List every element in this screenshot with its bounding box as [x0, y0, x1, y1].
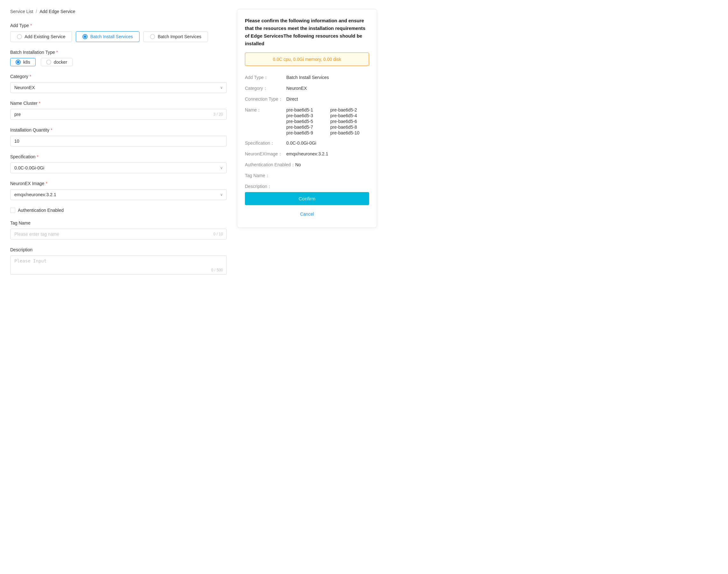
k8s-radio[interactable]	[15, 59, 21, 65]
k8s-label: k8s	[23, 59, 30, 65]
confirm-button[interactable]: Confirm	[245, 192, 369, 205]
add-existing-label: Add Existing Service	[25, 34, 65, 39]
confirm-name-item: pre-bae6d5-2	[330, 107, 369, 113]
batch-import-option[interactable]: Batch Import Services	[143, 31, 208, 42]
auth-enabled-checkbox-row[interactable]: Authentication Enabled	[10, 208, 227, 213]
name-cluster-section: Name Cluster * 3 / 20	[10, 101, 227, 120]
batch-import-radio[interactable]	[150, 34, 155, 39]
installation-quantity-input[interactable]	[10, 136, 227, 147]
install-type-group: k8s docker	[10, 58, 227, 66]
confirm-name-key: Name：	[245, 107, 286, 113]
confirm-neuronex-image-value: emqx/neuronex:3.2.1	[286, 151, 369, 156]
confirm-category-value: NeuronEX	[286, 86, 369, 91]
confirm-name-item: pre-bae6d5-7	[286, 125, 325, 130]
description-label: Description	[10, 247, 227, 252]
name-cluster-input[interactable]	[10, 109, 227, 120]
docker-option[interactable]: docker	[41, 58, 73, 66]
confirm-tag-name-key: Tag Name：	[245, 173, 286, 179]
confirm-neuronex-image-key: NeuronEXImage：	[245, 151, 286, 157]
confirm-description-row: Description：	[245, 181, 369, 192]
confirm-name-item: pre-bae6d5-8	[330, 125, 369, 130]
neuronex-image-select-wrapper: emqx/neuronex:3.2.1	[10, 189, 227, 200]
docker-label: docker	[54, 59, 67, 65]
breadcrumb-service-list[interactable]: Service List	[10, 9, 33, 14]
category-label: Category *	[10, 74, 227, 79]
tag-name-input-wrapper: 0 / 10	[10, 229, 227, 240]
confirm-name-item: pre-bae6d5-3	[286, 113, 325, 118]
neuronex-image-label: NeuronEX Image *	[10, 181, 227, 186]
add-existing-option[interactable]: Add Existing Service	[10, 31, 72, 42]
category-select-wrapper: NeuronEX	[10, 82, 227, 93]
confirm-name-row: Name： pre-bae6d5-1pre-bae6d5-2pre-bae6d5…	[245, 105, 369, 138]
add-type-radio-group: Add Existing Service Batch Install Servi…	[10, 31, 227, 42]
add-existing-radio[interactable]	[17, 34, 22, 39]
batch-install-radio[interactable]	[83, 34, 88, 39]
required-star-2: *	[56, 50, 58, 55]
neuronex-image-select[interactable]: emqx/neuronex:3.2.1	[10, 189, 227, 200]
add-type-label: Add Type *	[10, 23, 227, 28]
required-star-3: *	[30, 74, 31, 79]
specification-select-wrapper: 0.0C-0.0Gi-0Gi	[10, 162, 227, 173]
confirm-name-item: pre-bae6d5-4	[330, 113, 369, 118]
specification-section: Specification * 0.0C-0.0Gi-0Gi	[10, 154, 227, 173]
tag-name-section: Tag Name 0 / 10	[10, 220, 227, 240]
confirm-tag-name-row: Tag Name：	[245, 170, 369, 181]
category-select[interactable]: NeuronEX	[10, 82, 227, 93]
batch-install-type-section: Batch Installation Type * k8s docker	[10, 50, 227, 66]
docker-radio[interactable]	[46, 59, 51, 65]
installation-quantity-label: Installation Quantity *	[10, 127, 227, 132]
confirm-name-item: pre-bae6d5-10	[330, 130, 369, 135]
specification-select[interactable]: 0.0C-0.0Gi-0Gi	[10, 162, 227, 173]
installation-quantity-section: Installation Quantity *	[10, 127, 227, 147]
confirm-auth-value: No	[295, 162, 369, 167]
breadcrumb-separator: /	[36, 9, 37, 14]
required-star-7: *	[46, 181, 47, 186]
tag-name-label: Tag Name	[10, 220, 227, 226]
tag-name-input[interactable]	[10, 229, 227, 240]
confirm-connection-type-value: Direct	[286, 96, 369, 101]
confirm-name-item: pre-bae6d5-6	[330, 119, 369, 124]
confirm-description-key: Description：	[245, 184, 286, 190]
confirm-auth-row: Authentication Enabled： No	[245, 160, 369, 170]
specification-label: Specification *	[10, 154, 227, 159]
confirm-category-key: Category：	[245, 86, 286, 91]
cancel-button[interactable]: Cancel	[245, 208, 369, 220]
required-star-5: *	[51, 127, 52, 132]
neuronex-image-section: NeuronEX Image * emqx/neuronex:3.2.1	[10, 181, 227, 200]
name-cluster-label: Name Cluster *	[10, 101, 227, 106]
category-section: Category * NeuronEX	[10, 74, 227, 93]
confirm-category-row: Category： NeuronEX	[245, 83, 369, 94]
description-section: Description 0 / 500	[10, 247, 227, 276]
auth-enabled-section: Authentication Enabled	[10, 208, 227, 213]
confirm-add-type-key: Add Type：	[245, 75, 286, 81]
confirm-specification-key: Specification：	[245, 140, 286, 146]
name-cluster-input-wrapper: 3 / 20	[10, 109, 227, 120]
confirm-add-type-row: Add Type： Batch Install Services	[245, 72, 369, 83]
auth-enabled-checkbox[interactable]	[10, 208, 15, 213]
k8s-option[interactable]: k8s	[10, 58, 36, 66]
batch-install-type-label: Batch Installation Type *	[10, 50, 227, 55]
breadcrumb: Service List / Add Edge Service	[10, 9, 227, 14]
batch-import-label: Batch Import Services	[158, 34, 201, 39]
confirm-name-item: pre-bae6d5-9	[286, 130, 325, 135]
confirm-panel: Please confirm the following information…	[237, 9, 377, 228]
batch-install-label: Batch Install Services	[90, 34, 133, 39]
description-textarea[interactable]	[10, 255, 227, 275]
confirm-add-type-value: Batch Install Services	[286, 75, 369, 80]
confirm-neuronex-image-row: NeuronEXImage： emqx/neuronex:3.2.1	[245, 149, 369, 160]
confirm-specification-row: Specification： 0.0C-0.0Gi-0Gi	[245, 138, 369, 149]
confirm-heading: Please confirm the following information…	[245, 17, 369, 47]
auth-enabled-label: Authentication Enabled	[18, 208, 64, 213]
confirm-auth-key: Authentication Enabled：	[245, 162, 295, 168]
confirm-name-item: pre-bae6d5-5	[286, 119, 325, 124]
breadcrumb-current-page: Add Edge Service	[40, 9, 75, 14]
confirm-specification-value: 0.0C-0.0Gi-0Gi	[286, 140, 369, 146]
confirm-name-item: pre-bae6d5-1	[286, 107, 325, 113]
description-textarea-wrapper: 0 / 500	[10, 255, 227, 276]
required-star: *	[30, 23, 32, 28]
resource-badge: 0.0C cpu, 0.0Gi memory, 0.00 disk	[245, 52, 369, 66]
confirm-info-table: Add Type： Batch Install Services Categor…	[245, 72, 369, 192]
batch-install-option[interactable]: Batch Install Services	[76, 31, 139, 42]
required-star-4: *	[39, 101, 40, 106]
add-type-section: Add Type * Add Existing Service Batch In…	[10, 23, 227, 42]
